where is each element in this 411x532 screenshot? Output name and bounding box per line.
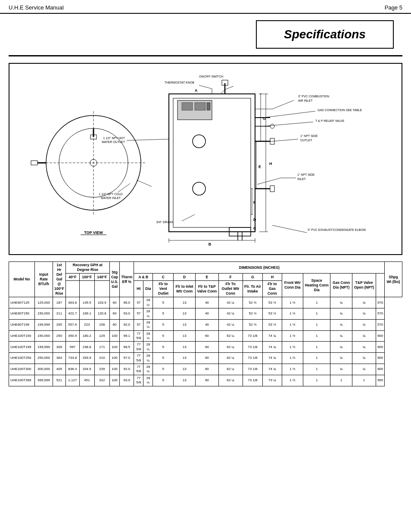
th-shcd: Space Heating Conn Dia	[303, 274, 330, 297]
svg-line-51	[272, 100, 294, 109]
specs-table: Model No Input Rate BTU/h 1st Hr Del Gal…	[9, 261, 402, 386]
svg-text:3/4" DRAIN: 3/4" DRAIN	[156, 220, 173, 224]
svg-text:A: A	[195, 88, 198, 93]
svg-rect-19	[195, 103, 206, 110]
th-H: H	[263, 274, 282, 281]
th-Fflr: Flr To Outlet Wtr Conn	[218, 281, 243, 297]
table-row: UHE60T150150,000211422.7169.1120.86093.0…	[9, 308, 402, 320]
section-divider	[9, 55, 402, 56]
th-therm: Therm Eff %	[120, 262, 134, 297]
table-row: UHE100T150150,000250450.5180.212910099.1…	[9, 330, 402, 342]
page-number: Page 5	[385, 4, 402, 11]
th-140: 140°F	[94, 274, 109, 281]
svg-line-23	[182, 215, 195, 221]
manual-title: U.H.E Service Manual	[9, 4, 64, 11]
svg-line-66	[221, 90, 225, 94]
svg-line-64	[199, 85, 212, 89]
th-Cflr: Flr to Vent Outlet	[153, 281, 174, 297]
svg-text:WATER OUTLET: WATER OUTLET	[102, 140, 125, 143]
th-1hr: 1st Hr Del Gal @ 100°F Rise	[53, 262, 66, 297]
svg-line-59	[272, 139, 298, 141]
svg-rect-20	[207, 103, 210, 110]
svg-text:THERMOSTAT KNOB: THERMOSTAT KNOB	[165, 81, 194, 84]
svg-line-73	[272, 225, 307, 233]
svg-text:1" NPT SIDE: 1" NPT SIDE	[300, 134, 318, 137]
svg-text:E: E	[258, 165, 261, 169]
th-40b	[66, 281, 80, 297]
title-box: Specifications	[256, 20, 394, 49]
svg-text:3" PVC EXHAUST/CONDENSATE ELBO: 3" PVC EXHAUST/CONDENSATE ELBOW	[308, 228, 366, 231]
page-title: Specifications	[274, 28, 376, 41]
table-row: UHE60T125125,000187363.6145.5103.96096.0…	[9, 297, 402, 308]
th-100: 100°F	[79, 274, 94, 281]
svg-line-70	[257, 178, 281, 184]
th-input: Input Rate BTU/h	[35, 262, 53, 297]
svg-text:GAS CONNECTION SEE TABLE: GAS CONNECTION SEE TABLE	[318, 109, 362, 112]
th-100b	[79, 281, 94, 297]
table-row: UHE100T199199,999309597238.817110098.577…	[9, 342, 402, 353]
th-tpo: T&P Valve Open (NPT)	[352, 274, 376, 297]
svg-line-67	[225, 86, 234, 90]
svg-text:1 1/2" NPT COLD: 1 1/2" NPT COLD	[99, 193, 122, 196]
th-Hflr: Flr to Gas Conn	[263, 281, 282, 297]
th-Eflr: Flr to T&P Valve Conn	[196, 281, 219, 297]
th-Dflr: Flr to Inlet Wtr Conn	[174, 281, 196, 297]
th-Bdia: Dia	[143, 281, 153, 297]
svg-point-84	[270, 124, 274, 128]
svg-line-27	[127, 139, 169, 140]
th-AB: A & B	[134, 274, 153, 281]
diagram-section: 1 1/2" NPT COLD WATER INLET TOP VIEW	[9, 63, 402, 255]
svg-text:OUTLET: OUTLET	[300, 139, 312, 142]
svg-text:C: C	[253, 226, 256, 230]
th-D: D	[174, 274, 196, 281]
th-shpg: Shpg Wt (lbs)	[385, 262, 402, 297]
svg-rect-8	[31, 161, 37, 165]
svg-text:T & P RELIEF VALVE: T & P RELIEF VALVE	[315, 119, 345, 122]
page-header: U.H.E Service Manual Page 5	[0, 0, 411, 14]
table-row: UHE100T300300,000405836.4334.523910092.0…	[9, 364, 402, 375]
th-gcd: Gas Conn Dia (NPT)	[330, 274, 352, 297]
th-model: Model No	[9, 262, 35, 297]
svg-text:D: D	[253, 218, 256, 222]
svg-rect-18	[182, 103, 193, 110]
svg-text:3" PVC COMBUSTION: 3" PVC COMBUSTION	[298, 95, 329, 98]
table-row: UHE100T250250,000364734.8293.921010097.0…	[9, 353, 402, 364]
th-dims: DIMENSIONS (INCHES)	[134, 262, 385, 274]
svg-text:WATER INLET: WATER INLET	[101, 196, 121, 199]
th-recovery: Recovery GPH at Degree Rise	[66, 262, 110, 274]
table-section: Model No Input Rate BTU/h 1st Hr Del Gal…	[9, 261, 402, 386]
th-stg: Stg Cap U.S. Gal	[109, 262, 120, 297]
svg-text:F: F	[253, 200, 256, 205]
svg-text:G: G	[263, 116, 266, 121]
th-140b	[94, 281, 109, 297]
svg-line-57	[264, 122, 313, 126]
th-C: C	[153, 274, 174, 281]
svg-text:ON/OFF SWITCH: ON/OFF SWITCH	[199, 75, 223, 78]
svg-line-55	[264, 111, 315, 118]
svg-text:TOP VIEW: TOP VIEW	[84, 230, 103, 235]
th-40: 40°F	[66, 274, 80, 281]
th-E: E	[196, 274, 219, 281]
svg-text:INLET: INLET	[297, 177, 306, 180]
table-row: UHE60T199199,999265557.62231586092.05728…	[9, 319, 402, 330]
svg-text:H: H	[269, 162, 272, 166]
th-G: G	[243, 274, 263, 281]
svg-text:B: B	[209, 242, 212, 246]
svg-text:AIR INLET: AIR INLET	[298, 99, 313, 102]
th-fwcd: Front Wtr Conn Dia	[282, 274, 303, 297]
svg-text:1" NPT SIDE: 1" NPT SIDE	[297, 173, 315, 176]
svg-point-22	[193, 182, 206, 195]
svg-line-9	[137, 180, 152, 187]
svg-text:1 1/2" NPT HOT: 1 1/2" NPT HOT	[103, 137, 125, 140]
th-Gflr: Flr. To Air Intake	[243, 281, 263, 297]
diagram-svg: 1 1/2" NPT COLD WATER INLET TOP VIEW	[14, 68, 397, 250]
table-row: UHE100T399399,9995211,12745132210093.077…	[9, 375, 402, 386]
title-section: Specifications	[0, 14, 411, 55]
th-Aht: Ht	[134, 281, 143, 297]
th-F: F	[218, 274, 243, 281]
svg-point-21	[193, 135, 206, 148]
svg-rect-81	[270, 186, 274, 192]
